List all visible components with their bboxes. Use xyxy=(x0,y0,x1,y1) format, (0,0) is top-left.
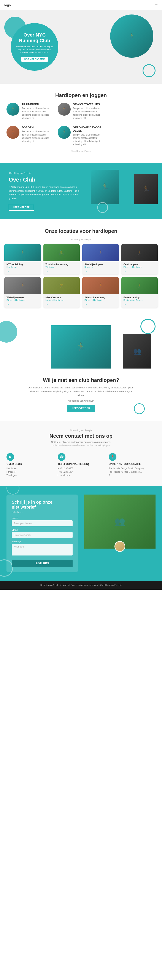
features-title: Hardlopen en joggen xyxy=(6,92,156,99)
newsletter-image: 👥 xyxy=(84,495,156,549)
footer: Semple arcu 1 ook niet wat het Com cre r… xyxy=(0,581,162,590)
footer-text: Semple arcu 1 ook niet wat het Com cre r… xyxy=(4,584,158,587)
feature-text-gewichtsverlies: Semper arcu 1 Lorem ipsum dolor sit amet… xyxy=(73,107,105,120)
submit-button[interactable]: INSTUREN xyxy=(12,560,73,567)
hero-description: With venenatis quis sed felis ut aliquet… xyxy=(15,45,54,54)
section1-caption: Afbeelding van Freepik xyxy=(6,150,156,152)
nl-outline-circle2 xyxy=(6,486,19,495)
menu-icon[interactable]: ≡ xyxy=(155,3,158,8)
over-club-image1: 🏃 xyxy=(91,170,119,204)
newsletter-right: 👥 xyxy=(84,495,156,549)
form-group-name: Naam xyxy=(12,517,73,526)
name-input[interactable] xyxy=(12,520,73,526)
newsletter-left: Schrijf je in op onze nieuwsbrief Schrij… xyxy=(6,495,78,572)
locatie-title-0: NYC-opleiding xyxy=(6,263,39,266)
locatie-card-6[interactable]: 🏃 Atletische training Fitness · Hardlope… xyxy=(82,277,119,307)
locatie-title-2: Stedelijke lopers xyxy=(84,263,117,266)
email-input[interactable] xyxy=(12,532,73,538)
locatie-arrow-7: → xyxy=(124,302,156,306)
contact-grid: ▶ OVER CLUB Hardlopen Fitnezzer Training… xyxy=(6,453,156,477)
locatie-img-7: 🏃 xyxy=(121,277,158,294)
logo[interactable]: logo xyxy=(4,3,11,7)
contact-lines-kantoor: The Innovia Design Studio Company Fen il… xyxy=(109,467,156,477)
locaties-grid-row1: 🏃 NYC-opleiding Hardlopen → 🚴 Triathlon … xyxy=(4,244,158,275)
locatie-card-0[interactable]: 🏃 NYC-opleiding Hardlopen → xyxy=(4,244,41,275)
features-section: Hardlopen en joggen 🏃 TRAININGEN Semper … xyxy=(0,92,162,159)
feature-title-trainingen: TRAININGEN xyxy=(22,103,53,106)
locatie-sub-1: Triathlon xyxy=(46,266,78,269)
message-input[interactable] xyxy=(12,544,73,555)
over-club-section: Afbeelding van Freepik Over Club NYC Nie… xyxy=(0,163,162,220)
locatie-card-1[interactable]: 🚴 Triathlon kennisweg Triathlon → xyxy=(43,244,80,275)
join-title: Wil je met een club hardlopen? xyxy=(4,377,158,383)
newsletter-title: Schrijf je in op onze nieuwsbrief xyxy=(12,500,73,510)
over-club-outline-circle xyxy=(97,202,108,213)
over-club-left: Afbeelding van Freepik Over Club NYC Nie… xyxy=(0,163,89,220)
locaties-title: Onze locaties voor hardlopen xyxy=(4,228,158,234)
locatie-card-7[interactable]: 🏃 Buitentraining Boot.camp · Fitness → xyxy=(121,277,158,307)
contact-heading-over-club: OVER CLUB xyxy=(6,463,53,466)
feature-text-joggen: Semper arcu 1 Lorem ipsum dolor sit amet… xyxy=(22,130,53,143)
feature-trainingen: 🏃 TRAININGEN Semper arcu 1 Lorem ipsum d… xyxy=(6,103,53,121)
hero-cta-button[interactable]: DOE MET ONS MEE xyxy=(21,57,48,62)
locatie-card-5[interactable]: 🏋️ Nike Centrum Indoor · Hardlopen → xyxy=(43,277,80,307)
locatie-arrow-4: → xyxy=(6,302,39,306)
locatie-arrow-3: → xyxy=(124,269,156,273)
locatie-img-6: 🏃 xyxy=(82,277,119,294)
hero-title: Over NYC Running Club xyxy=(19,32,50,43)
feature-title-gezondheid: GEZONDHEIDSVOOR DELEN xyxy=(73,126,105,132)
contact-heading-telefoon: TELEFOON (VASTE LIJN) xyxy=(58,463,105,466)
locatie-title-1: Triathlon kennisweg xyxy=(46,263,78,266)
locatie-card-4[interactable]: 🏃 Wekelijkse roes Fitness · Hardlopen → xyxy=(4,277,41,307)
over-club-title: Over Club xyxy=(9,177,82,183)
locatie-title-5: Nike Centrum xyxy=(46,296,78,299)
locatie-img-0: 🏃 xyxy=(4,244,41,261)
newsletter-subtitle: Schrijf je in. xyxy=(12,511,73,513)
contact-icon-over-club: ▶ xyxy=(6,453,14,461)
feature-placeholder xyxy=(109,103,156,121)
feature-text-gezondheid: Semper arcu 1 Lorem ipsum dolor sit amet… xyxy=(73,133,105,146)
contact-item-over-club: ▶ OVER CLUB Hardlopen Fitnezzer Training… xyxy=(6,453,53,477)
join-section: 🏃 👥 Wil je met een club hardlopen? Our m… xyxy=(0,317,162,420)
locaties-section: Onze locaties voor hardlopen Afbeelding … xyxy=(0,228,162,317)
feature-img-joggen: 🏃 xyxy=(6,126,19,139)
locatie-card-3[interactable]: 🏃 Centrumpark Fitness · Hardlopen → xyxy=(121,244,158,275)
join-description: Our mission at Ora is to ignite the huma… xyxy=(27,386,135,397)
contact-item-kantoor: 📍 ONZE KANTOORLOCATIE The Innovia Design… xyxy=(109,453,156,477)
locatie-arrow-5: → xyxy=(46,302,78,306)
over-club-description: NYC Nienoork Run Club is een breed hardl… xyxy=(9,185,82,200)
locatie-title-6: Atletische training xyxy=(84,296,117,299)
contact-lines-telefoon: + 90 1 237 8667 + 90 1 232 1234 Lorem lo… xyxy=(58,467,105,477)
contact-title: Neem contact met ons op xyxy=(6,433,156,439)
hero-section: 🏃 Over NYC Running Club With venenatis q… xyxy=(0,10,162,84)
over-club-button[interactable]: LEES VERDER xyxy=(9,204,34,211)
feature-title-joggen: JOGGEN xyxy=(22,126,53,129)
locatie-card-2[interactable]: 🏃 Stedelijke lopers Renners → xyxy=(82,244,119,275)
hero-outline-circle xyxy=(143,64,156,77)
join-outline-circle2 xyxy=(134,403,145,414)
locatie-img-5: 🏋️ xyxy=(43,277,80,294)
over-club-right: 🏃 🏃 xyxy=(89,167,162,215)
locatie-arrow-6: → xyxy=(84,302,117,306)
feature-text-trainingen: Semper arcu 1 Lorem ipsum dolor sit amet… xyxy=(22,107,53,120)
locatie-arrow-0: → xyxy=(6,269,39,273)
locatie-sub-6: Fitness · Hardlopen xyxy=(84,299,117,302)
newsletter-avatar xyxy=(114,541,125,552)
locaties-caption: Afbeelding van Freepik xyxy=(4,239,158,240)
form-group-message: Message xyxy=(12,540,73,556)
locatie-sub-4: Fitness · Hardlopen xyxy=(6,299,39,302)
locatie-sub-2: Renners xyxy=(84,266,117,269)
locatie-arrow-2: → xyxy=(84,269,117,273)
locaties-grid-row2: 🏃 Wekelijkse roes Fitness · Hardlopen → … xyxy=(4,277,158,307)
feature-joggen: 🏃 JOGGEN Semper arcu 1 Lorem ipsum dolor… xyxy=(6,126,53,148)
locatie-img-3: 🏃 xyxy=(121,244,158,261)
locatie-img-4: 🏃 xyxy=(4,277,41,294)
locatie-sub-3: Fitness · Hardlopen xyxy=(124,266,156,269)
feature-placeholder2 xyxy=(109,126,156,148)
features-grid: 🏃 TRAININGEN Semper arcu 1 Lorem ipsum d… xyxy=(6,103,156,148)
join-button[interactable]: LEES VERDER xyxy=(67,405,95,412)
feature-img-gewichtsverlies: 🏃 xyxy=(58,103,71,116)
navbar: logo ≡ xyxy=(0,0,162,10)
name-label: Naam xyxy=(12,517,73,519)
locatie-sub-7: Boot.camp · Fitness xyxy=(124,299,156,302)
